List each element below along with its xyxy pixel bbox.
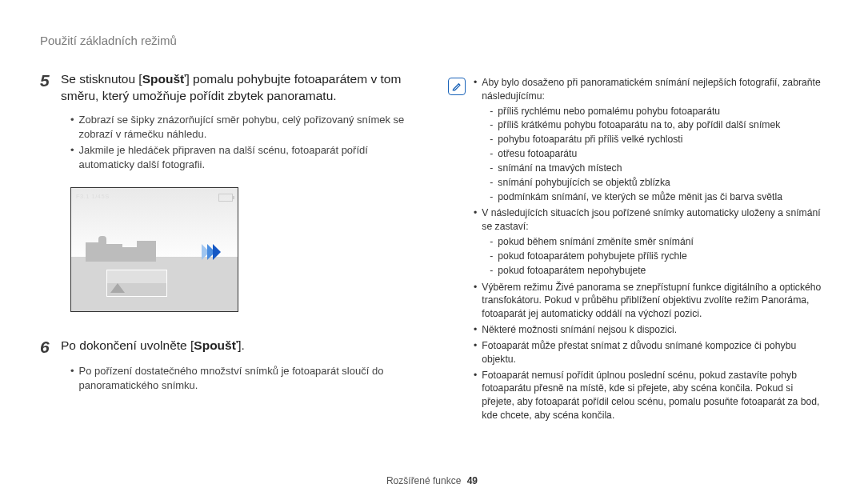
preview-exposure-label: F3.1 1/45S	[76, 193, 110, 204]
page-footer: Rozšířené funkce 49	[0, 475, 864, 486]
note-b6: Fotoaparát nemusí pořídit úplnou posledn…	[482, 369, 824, 422]
note-sub: snímání pohybujících se objektů zblízka	[498, 176, 670, 190]
bullet: Jakmile je hledáček připraven na další s…	[79, 143, 424, 172]
footer-section: Rozšířené funkce	[386, 475, 461, 486]
step-6-bold: Spoušť	[194, 338, 238, 352]
step-6-c: ].	[238, 338, 245, 352]
note-b2-lead: V následujících situacích jsou pořízené …	[482, 207, 820, 232]
note-b5: Fotoaparát může přestat snímat z důvodu …	[482, 339, 824, 366]
note-sub: otřesu fotoaparátu	[498, 147, 577, 161]
step-6-number: 6	[40, 338, 61, 356]
info-note: Aby bylo dosaženo při panoramatickém sní…	[448, 76, 824, 425]
note-sub: příliš rychlému nebo pomalému pohybu fot…	[498, 105, 720, 118]
note-sub: pokud fotoaparátem nepohybujete	[498, 264, 646, 278]
camera-preview: F3.1 1/45S	[70, 187, 238, 312]
note-sub: pokud fotoaparátem pohybujete příliš ryc…	[498, 250, 686, 263]
note-b1-lead: Aby bylo dosaženo při panoramatickém sní…	[482, 77, 820, 102]
note-icon	[448, 78, 466, 95]
step-5: 5 Se stisknutou [Spoušť] pomalu pohybujt…	[40, 71, 424, 105]
step-5-bullets: Zobrazí se šipky znázorňující směr pohyb…	[70, 113, 424, 173]
bullet: Po pořízení dostatečného množství snímků…	[79, 364, 424, 393]
note-b3: Výběrem režimu Živé panorama se znepříst…	[482, 281, 824, 321]
step-5-text: Se stisknutou [Spoušť] pomalu pohybujte …	[61, 71, 424, 105]
preview-thumbnail	[106, 270, 167, 297]
page-header: Použití základních režimů	[40, 34, 824, 47]
step-6-bullets: Po pořízení dostatečného množství snímků…	[70, 364, 424, 393]
note-b4: Některé možnosti snímání nejsou k dispoz…	[482, 323, 677, 337]
note-sub: příliš krátkému pohybu fotoaparátu na to…	[498, 118, 780, 132]
footer-page: 49	[467, 475, 478, 486]
note-sub: pokud během snímání změníte směr snímání	[498, 235, 694, 249]
step-6-a: Po dokončení uvolněte [	[61, 338, 194, 352]
step-5-a: Se stisknutou [	[61, 72, 142, 86]
step-5-number: 5	[40, 71, 61, 90]
step-5-bold: Spoušť	[142, 72, 186, 86]
direction-arrow-icon	[202, 244, 218, 260]
step-6-text: Po dokončení uvolněte [Spoušť].	[61, 338, 245, 354]
battery-icon	[218, 194, 233, 202]
step-6: 6 Po dokončení uvolněte [Spoušť].	[40, 338, 424, 356]
note-sub: snímání na tmavých místech	[498, 162, 622, 175]
note-sub: podmínkám snímání, ve kterých se může mě…	[498, 190, 782, 204]
bullet: Zobrazí se šipky znázorňující směr pohyb…	[79, 113, 424, 142]
note-sub: pohybu fotoaparátu při příliš velké rych…	[498, 133, 682, 146]
